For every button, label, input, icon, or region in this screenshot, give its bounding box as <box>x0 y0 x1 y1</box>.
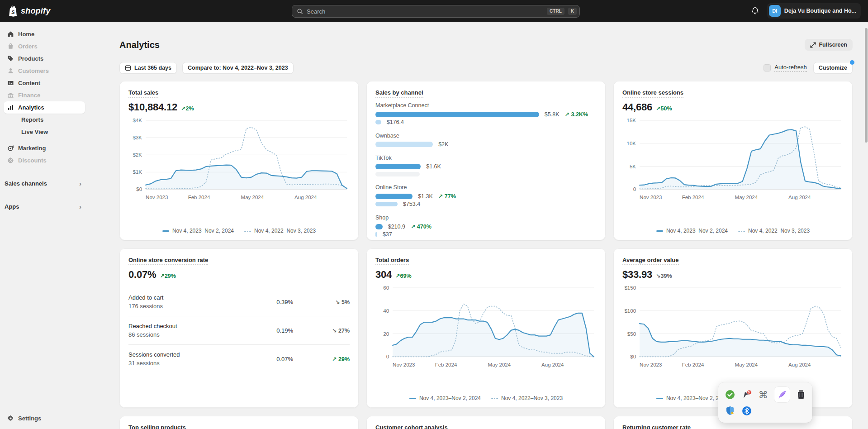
svg-text:May 2024: May 2024 <box>241 195 264 200</box>
sidebar-item-marketing[interactable]: Marketing <box>4 142 85 154</box>
legend-current-swatch <box>162 230 169 232</box>
conversion-step-sessions: 176 sessions <box>128 303 228 310</box>
sidebar-item-analytics[interactable]: Analytics <box>4 101 85 114</box>
sidebar-item-live-view[interactable]: Live View <box>4 126 85 138</box>
account-menu[interactable]: DI Deja Vu Boutique and Ho... <box>767 3 861 19</box>
svg-text:60: 60 <box>383 285 389 291</box>
conversion-step-sessions: 86 sessions <box>128 331 228 338</box>
channel-value: $1.6K <box>426 163 441 170</box>
sidebar-item-reports[interactable]: Reports <box>4 114 85 126</box>
global-search[interactable]: CTRL K <box>292 5 580 18</box>
shield-warning-icon[interactable] <box>725 405 735 416</box>
chart-legend: Nov 4, 2023–Nov 2, 2024 Nov 4, 2022–Nov … <box>375 392 597 402</box>
orders-change: ↗69% <box>395 272 412 279</box>
conversion-step-sessions: 31 sessions <box>128 360 228 367</box>
bluetooth-icon[interactable] <box>741 405 752 416</box>
svg-text:$50: $50 <box>627 331 636 337</box>
svg-text:5K: 5K <box>630 164 636 169</box>
top-selling-products-card: Top selling products <box>119 416 359 429</box>
sidebar-nav: HomeOrdersProductsCustomersContentFinanc… <box>0 22 89 429</box>
channel-bar <box>375 194 413 199</box>
auto-refresh-checkbox[interactable] <box>764 64 771 72</box>
aov-change: ↘39% <box>656 272 672 279</box>
card-title: Online store sessions <box>622 89 844 96</box>
channel-change: ↗ 3.2K% <box>565 111 588 118</box>
sidebar-item-label: Home <box>18 31 34 38</box>
date-range-button[interactable]: Last 365 days <box>119 62 177 74</box>
card-title: Sales by channel <box>375 89 597 96</box>
conversion-step-change: ↗ 29% <box>293 356 350 362</box>
knot-icon[interactable]: ⌘ <box>758 389 768 400</box>
shopify-logo[interactable]: S shopify <box>7 5 111 17</box>
notifications-button[interactable] <box>748 4 763 18</box>
chevron-right-icon: › <box>79 180 81 187</box>
channel-label: Ownbase <box>375 133 597 139</box>
orders-chart: 0204060Nov 2023Feb 2024May 2024Aug 2024 <box>375 283 597 372</box>
sidebar-item-label: Reports <box>21 116 43 123</box>
total-sales-value: $10,884.12 <box>128 101 177 113</box>
sidebar-section-sales-channels[interactable]: Sales channels › <box>4 177 85 190</box>
sidebar-item-label: Marketing <box>18 145 46 152</box>
sidebar-item-label: Customers <box>18 67 49 74</box>
analytics-page: Analytics Fullscreen Last 365 days Compa… <box>89 22 868 429</box>
channel-change: ↗ 470% <box>411 223 432 230</box>
store-name: Deja Vu Boutique and Ho... <box>784 8 856 14</box>
sessions-value: 44,686 <box>622 101 652 113</box>
sidebar-section-apps[interactable]: Apps › <box>4 200 85 213</box>
channel-row-online-store: Online Store$1.3K↗ 77%$753.4 <box>375 184 597 209</box>
total-sales-change: ↗2% <box>181 105 194 112</box>
auto-refresh-label: Auto-refresh <box>774 64 807 72</box>
svg-text:40: 40 <box>383 308 389 314</box>
sidebar-item-label: Live View <box>21 129 48 135</box>
sales-channels-label: Sales channels <box>5 180 47 187</box>
channel-value: $2K <box>438 141 448 148</box>
shortcut-k-key: K <box>568 8 577 15</box>
calendar-icon <box>125 65 131 71</box>
content-icon <box>7 80 14 86</box>
sidebar-item-settings[interactable]: Settings <box>4 412 85 424</box>
sidebar-item-finance: Finance <box>4 89 85 101</box>
sidebar-item-orders: Orders <box>4 40 85 52</box>
card-title: Total orders <box>375 257 597 263</box>
svg-text:S: S <box>11 10 15 15</box>
auto-refresh-control: Auto-refresh <box>764 64 807 72</box>
conversion-change: ↗29% <box>160 272 176 279</box>
svg-text:Aug 2024: Aug 2024 <box>294 195 317 200</box>
page-scrollbar-thumb[interactable] <box>865 28 868 143</box>
search-input[interactable] <box>307 8 543 15</box>
svg-text:May 2024: May 2024 <box>488 362 511 367</box>
marketing-icon <box>7 145 14 152</box>
sidebar-item-label: Products <box>18 55 43 62</box>
customer-cohort-analysis-card: Customer cohort analysis <box>366 416 606 429</box>
legend-previous-swatch <box>244 231 251 232</box>
feather-icon[interactable] <box>774 386 790 403</box>
sidebar-item-home[interactable]: Home <box>4 28 85 40</box>
flag-error-icon[interactable] <box>741 389 752 400</box>
channel-bar <box>375 232 377 237</box>
fullscreen-button[interactable]: Fullscreen <box>805 39 853 51</box>
channel-change: ↗ 77% <box>438 193 456 200</box>
svg-text:Feb 2024: Feb 2024 <box>682 362 704 367</box>
shortcut-ctrl-key: CTRL <box>547 8 564 15</box>
store-avatar: DI <box>769 5 781 17</box>
conversion-row-added-to-cart: Added to cart176 sessions0.39%↘ 5% <box>128 288 350 316</box>
channel-value: $5.8K <box>545 111 560 118</box>
compare-button[interactable]: Compare to: Nov 4, 2022–Nov 3, 2023 <box>182 62 294 74</box>
customize-button[interactable]: Customize <box>813 62 853 74</box>
chart-legend: Nov 4, 2023–Nov 2, 2024 Nov 4, 2022–Nov … <box>128 225 350 235</box>
conversion-value: 0.07% <box>128 269 156 281</box>
sidebar-item-label: Finance <box>18 92 40 99</box>
shopify-bag-icon: S <box>7 5 18 17</box>
svg-text:15K: 15K <box>627 118 636 123</box>
customers-icon <box>7 67 14 74</box>
card-title: Average order value <box>622 257 844 263</box>
check-circle-icon[interactable] <box>725 389 735 400</box>
channel-label: Shop <box>375 214 597 221</box>
sidebar-item-content[interactable]: Content <box>4 77 85 89</box>
sidebar-item-label: Discounts <box>18 157 47 164</box>
svg-text:Aug 2024: Aug 2024 <box>788 362 811 367</box>
sidebar-item-products[interactable]: Products <box>4 52 85 65</box>
compare-label: Compare to: Nov 4, 2022–Nov 3, 2023 <box>188 65 288 71</box>
svg-text:$4K: $4K <box>133 118 142 123</box>
trash-icon[interactable] <box>796 389 806 400</box>
